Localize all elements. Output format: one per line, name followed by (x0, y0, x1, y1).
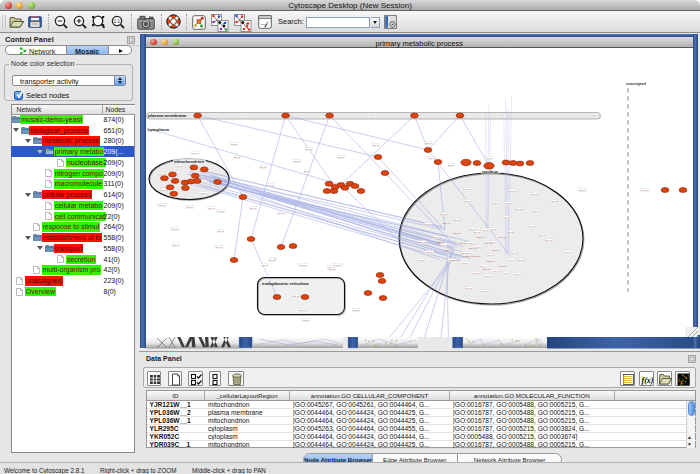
svg-text:[lab al]: [lab al] (470, 228, 477, 230)
svg-text:[lab al]: [lab al] (448, 164, 455, 166)
svg-text:[lab al]: [lab al] (487, 254, 494, 256)
svg-text:[lab al]: [lab al] (192, 152, 199, 154)
svg-text:[lab al]: [lab al] (482, 290, 489, 292)
svg-text:[lab al]: [lab al] (474, 272, 481, 274)
svg-text:[lab al]: [lab al] (506, 202, 513, 204)
svg-text:[lab al]: [lab al] (293, 295, 300, 297)
svg-text:[lab al]: [lab al] (268, 184, 275, 186)
svg-text:[lab al]: [lab al] (353, 309, 360, 311)
svg-text:[lab al]: [lab al] (593, 114, 600, 116)
svg-text:[lab al]: [lab al] (486, 157, 493, 159)
svg-text:[lab al]: [lab al] (241, 114, 248, 116)
svg-text:[lab al]: [lab al] (474, 231, 481, 233)
svg-text:[lab al]: [lab al] (429, 157, 436, 159)
svg-text:[lab al]: [lab al] (510, 190, 517, 192)
svg-text:[lab al]: [lab al] (546, 239, 553, 241)
svg-text:[lab al]: [lab al] (173, 244, 180, 246)
svg-text:[lab al]: [lab al] (269, 259, 276, 261)
svg-text:[lab al]: [lab al] (418, 259, 425, 261)
svg-text:[lab al]: [lab al] (493, 202, 500, 204)
svg-text:[lab al]: [lab al] (490, 228, 497, 230)
svg-text:[lab al]: [lab al] (300, 309, 307, 311)
svg-text:[lab al]: [lab al] (300, 264, 307, 266)
svg-text:mitochondrion: mitochondrion (174, 159, 204, 164)
svg-text:[lab al]: [lab al] (231, 143, 238, 145)
svg-text:[lab al]: [lab al] (159, 204, 166, 206)
svg-text:[lab al]: [lab al] (216, 246, 223, 248)
svg-text:[lab al]: [lab al] (218, 230, 225, 232)
svg-text:[lab al]: [lab al] (304, 170, 311, 172)
svg-text:YDR 8W: YDR 8W (498, 265, 507, 267)
svg-text:[lab al]: [lab al] (508, 231, 515, 233)
svg-text:[lab al]: [lab al] (158, 173, 165, 175)
svg-text:[lab al]: [lab al] (642, 189, 649, 191)
svg-text:[lab al]: [lab al] (234, 156, 241, 158)
svg-text:[lab al]: [lab al] (464, 200, 471, 202)
svg-text:[lab al]: [lab al] (278, 212, 285, 214)
svg-text:[lab al]: [lab al] (441, 244, 448, 246)
svg-text:YDR 3W: YDR 3W (472, 255, 481, 257)
svg-text:[lab al]: [lab al] (482, 229, 489, 231)
svg-text:[lab al]: [lab al] (469, 242, 476, 244)
svg-text:[lab al]: [lab al] (515, 273, 522, 275)
svg-text:[lab al]: [lab al] (480, 265, 487, 267)
svg-text:[lab al]: [lab al] (501, 114, 508, 116)
svg-text:YDR 2W: YDR 2W (458, 242, 467, 244)
svg-text:[lab al]: [lab al] (335, 264, 342, 266)
svg-text:[lab al]: [lab al] (539, 234, 546, 236)
svg-text:[lab al]: [lab al] (218, 210, 225, 212)
svg-text:[lab al]: [lab al] (433, 236, 440, 238)
svg-text:[lab al]: [lab al] (208, 207, 215, 209)
svg-text:[lab al]: [lab al] (425, 142, 432, 144)
svg-text:unassigned: unassigned (626, 82, 646, 86)
svg-text:[lab al]: [lab al] (529, 225, 536, 227)
svg-text:YDR 1W: YDR 1W (452, 232, 461, 234)
svg-text:cytoplasm: cytoplasm (148, 127, 170, 132)
svg-text:[lab al]: [lab al] (250, 207, 257, 209)
svg-text:YDR 6W: YDR 6W (482, 268, 491, 270)
svg-text:[lab al]: [lab al] (306, 148, 313, 150)
svg-text:[lab al]: [lab al] (373, 144, 380, 146)
svg-text:[lab al]: [lab al] (200, 192, 207, 194)
svg-text:[lab al]: [lab al] (161, 189, 168, 191)
svg-text:[lab al]: [lab al] (369, 114, 376, 116)
svg-text:[lab al]: [lab al] (329, 268, 336, 270)
svg-text:YDR 7W: YDR 7W (444, 249, 453, 251)
svg-text:[lab al]: [lab al] (485, 275, 492, 277)
svg-text:[lab al]: [lab al] (518, 259, 525, 261)
svg-text:[lab al]: [lab al] (338, 156, 345, 158)
svg-text:endoplasmic reticulum: endoplasmic reticulum (262, 281, 309, 286)
svg-text:[lab al]: [lab al] (533, 210, 540, 212)
svg-text:[lab al]: [lab al] (532, 193, 539, 195)
svg-text:[lab al]: [lab al] (579, 189, 586, 191)
svg-text:[lab al]: [lab al] (462, 262, 469, 264)
svg-text:[lab al]: [lab al] (303, 319, 310, 321)
svg-text:YDR 4W: YDR 4W (484, 242, 493, 244)
svg-text:[lab al]: [lab al] (503, 216, 510, 218)
svg-text:YDR 5W: YDR 5W (436, 241, 445, 243)
svg-text:YDR 5W: YDR 5W (486, 260, 495, 262)
svg-text:[lab al]: [lab al] (294, 160, 301, 162)
svg-text:[lab al]: [lab al] (516, 208, 523, 210)
svg-text:[lab al]: [lab al] (503, 272, 510, 274)
svg-text:[lab al]: [lab al] (466, 287, 473, 289)
svg-text:[lab al]: [lab al] (464, 188, 471, 190)
svg-text:YDR 5W: YDR 5W (491, 249, 500, 251)
svg-text:YDR 6W: YDR 6W (476, 236, 485, 238)
svg-text:[lab al]: [lab al] (176, 165, 183, 167)
svg-text:[lab al]: [lab al] (260, 166, 267, 168)
svg-text:[lab al]: [lab al] (461, 252, 468, 254)
svg-text:[lab al]: [lab al] (511, 252, 518, 254)
svg-text:[lab al]: [lab al] (425, 223, 432, 225)
svg-text:[lab al]: [lab al] (172, 228, 179, 230)
svg-text:[lab al]: [lab al] (420, 241, 427, 243)
svg-text:[lab al]: [lab al] (262, 264, 269, 266)
svg-text:plasma membrane: plasma membrane (148, 113, 187, 118)
svg-text:[lab al]: [lab al] (552, 200, 559, 202)
svg-text:YDR 7W: YDR 7W (498, 236, 507, 238)
svg-text:[lab al]: [lab al] (454, 219, 461, 221)
svg-text:YDR 6W: YDR 6W (451, 259, 460, 261)
svg-text:YDR 4W: YDR 4W (468, 247, 477, 249)
svg-text:[lab al]: [lab al] (187, 206, 194, 208)
svg-text:[lab al]: [lab al] (493, 270, 500, 272)
